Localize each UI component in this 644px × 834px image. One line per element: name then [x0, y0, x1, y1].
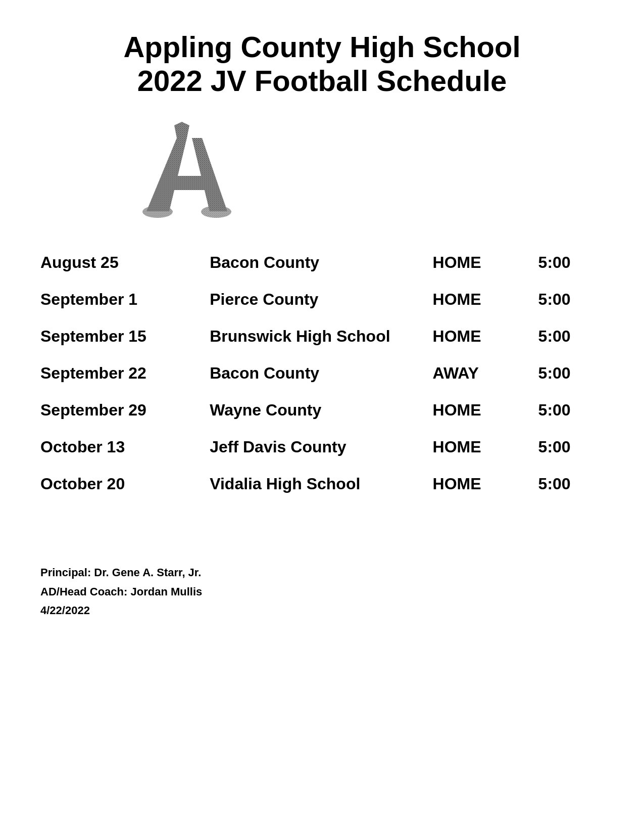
svg-point-8	[201, 206, 231, 218]
game-location: HOME	[428, 318, 533, 355]
game-date: October 20	[40, 466, 205, 502]
game-time: 5:00	[533, 466, 604, 502]
svg-marker-4	[192, 138, 227, 211]
svg-rect-5	[169, 176, 207, 190]
game-date: October 13	[40, 429, 205, 466]
svg-marker-6	[174, 122, 189, 138]
logo-container	[141, 118, 604, 219]
game-date: September 22	[40, 355, 205, 392]
game-location: HOME	[428, 429, 533, 466]
svg-marker-3	[146, 138, 187, 211]
game-opponent: Pierce County	[205, 281, 427, 318]
table-row: October 13 Jeff Davis County HOME 5:00	[40, 429, 604, 466]
game-location: HOME	[428, 281, 533, 318]
page-title: Appling County High School 2022 JV Footb…	[40, 30, 604, 98]
game-location: HOME	[428, 244, 533, 281]
table-row: September 22 Bacon County AWAY 5:00	[40, 355, 604, 392]
principal-label: Principal: Dr. Gene A. Starr, Jr.	[40, 563, 604, 582]
game-date: September 1	[40, 281, 205, 318]
game-time: 5:00	[533, 244, 604, 281]
game-time: 5:00	[533, 429, 604, 466]
school-logo	[141, 118, 232, 219]
svg-point-7	[142, 206, 173, 218]
game-opponent: Vidalia High School	[205, 466, 427, 502]
table-row: September 15 Brunswick High School HOME …	[40, 318, 604, 355]
table-row: September 29 Wayne County HOME 5:00	[40, 392, 604, 429]
game-location: HOME	[428, 466, 533, 502]
game-opponent: Bacon County	[205, 244, 427, 281]
game-time: 5:00	[533, 281, 604, 318]
schedule-table: August 25 Bacon County HOME 5:00 Septemb…	[40, 244, 604, 502]
table-row: October 20 Vidalia High School HOME 5:00	[40, 466, 604, 502]
game-location: HOME	[428, 392, 533, 429]
table-row: September 1 Pierce County HOME 5:00	[40, 281, 604, 318]
game-opponent: Bacon County	[205, 355, 427, 392]
game-opponent: Wayne County	[205, 392, 427, 429]
date-label: 4/22/2022	[40, 601, 604, 620]
game-time: 5:00	[533, 355, 604, 392]
game-date: September 15	[40, 318, 205, 355]
game-date: August 25	[40, 244, 205, 281]
game-time: 5:00	[533, 318, 604, 355]
table-row: August 25 Bacon County HOME 5:00	[40, 244, 604, 281]
game-date: September 29	[40, 392, 205, 429]
game-time: 5:00	[533, 392, 604, 429]
coach-label: AD/Head Coach: Jordan Mullis	[40, 582, 604, 601]
footer-info: Principal: Dr. Gene A. Starr, Jr. AD/Hea…	[40, 563, 604, 620]
game-opponent: Brunswick High School	[205, 318, 427, 355]
game-location: AWAY	[428, 355, 533, 392]
game-opponent: Jeff Davis County	[205, 429, 427, 466]
page-header: Appling County High School 2022 JV Footb…	[40, 30, 604, 98]
